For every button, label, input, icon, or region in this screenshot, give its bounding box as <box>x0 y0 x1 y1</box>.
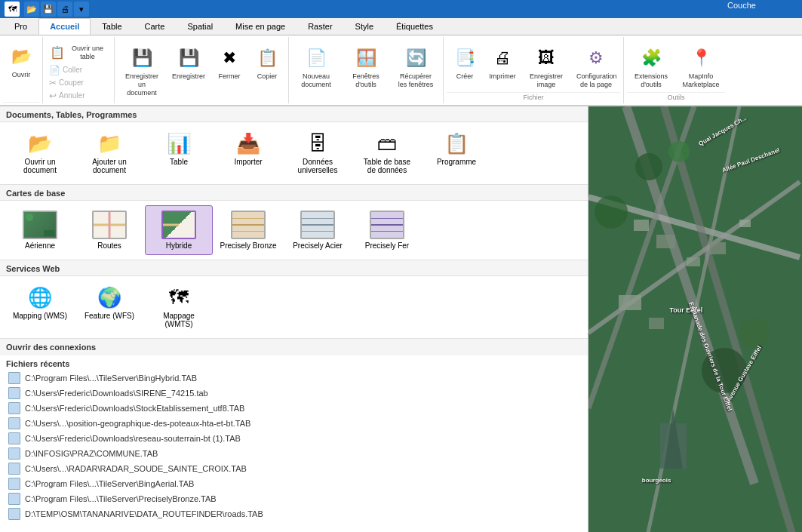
recent-file-7[interactable]: C:\Program Files\...\TileServer\BingAeri… <box>6 476 582 491</box>
recent-file-6[interactable]: C:\Users\...\RADAR\RADAR_SOUDE_SAINTE_CR… <box>6 461 582 476</box>
tab-etiquettes[interactable]: Étiquettes <box>385 18 444 35</box>
ribbon: 📂 Ouvrir 📋 Ouvrir une table 📄 Coller ✂ C… <box>0 35 802 106</box>
tab-style[interactable]: Style <box>344 18 385 35</box>
recent-file-path-3: C:\Users\...\position-geographique-des-p… <box>25 419 250 428</box>
qa-icon-3[interactable]: 🖨 <box>57 2 72 17</box>
tab-table[interactable]: Table <box>91 18 133 35</box>
section-cartes: Cartes de base Aérienne Routes <box>0 184 588 260</box>
qa-icon-4[interactable]: ▾ <box>74 2 89 17</box>
recent-file-3[interactable]: C:\Users\...\position-geographique-des-p… <box>6 416 582 431</box>
tab-spatial[interactable]: Spatial <box>176 18 224 35</box>
connexions-title: Ouvrir des connexions <box>6 343 582 352</box>
carte-item-aerienne[interactable]: Aérienne <box>6 205 74 255</box>
btn-imprimer[interactable]: 🖨 Imprimer <box>484 42 521 84</box>
btn-recuperer[interactable]: 🔄 Récupérer les fenêtres <box>392 42 440 92</box>
recent-file-9[interactable]: D:\TEMP\OSM\TANANARIVE\DATA_ROUTEFINDER\… <box>6 506 582 521</box>
carte-item-bronze[interactable]: Precisely Bronze <box>214 205 282 255</box>
btn-cut[interactable]: ✂ Couper <box>46 77 111 89</box>
btn-ouvrir[interactable]: 📂 Ouvrir <box>3 40 39 82</box>
recent-file-5[interactable]: D:\INFOSIG\PRAZ\COMMUNE.TAB <box>6 446 582 461</box>
recent-file-path-5: D:\INFOSIG\PRAZ\COMMUNE.TAB <box>25 449 158 458</box>
svg-rect-15 <box>709 242 726 254</box>
service-item-wfs[interactable]: 🌍 Feature (WFS) <box>75 281 143 334</box>
btn-config-page[interactable]: ⚙ Configuration de la page <box>572 42 620 92</box>
btn-fenetres[interactable]: 🪟 Fenêtres d'outils <box>342 42 390 92</box>
recent-file-path-8: C:\Program Files\...\TileServer\Precisel… <box>25 494 217 503</box>
carte-bronze-icon <box>231 211 266 239</box>
fichiers-recents-title: Fichiers récents <box>6 359 582 368</box>
recent-file-icon-7 <box>8 478 20 490</box>
btn-mapinfo[interactable]: 📍 MapInfo Marketplace <box>677 42 725 92</box>
service-wfs-label: Feature (WFS) <box>85 312 134 320</box>
services-grid: 🌐 Mapping (WMS) 🌍 Feature (WFS) 🗺 Mappag… <box>0 276 588 338</box>
btn-paste[interactable]: 📄 Coller <box>46 64 111 76</box>
doc-ouvrir-icon: 📂 <box>28 132 52 155</box>
doc-item-table-bdd[interactable]: 🗃 Table de base de données <box>353 127 421 180</box>
section-documents: Documents, Tables, Programmes 📂 Ouvrir u… <box>0 106 588 184</box>
btn-undo[interactable]: ↩ Annuler <box>46 90 111 102</box>
recent-file-4[interactable]: C:\Users\Frederic\Downloads\reseau-soute… <box>6 431 582 446</box>
tab-pro[interactable]: Pro <box>3 18 38 35</box>
carte-routes-label: Routes <box>97 241 121 250</box>
recent-file-path-1: C:\Users\Frederic\Downloads\SIRENE_74215… <box>25 389 208 398</box>
tab-carte[interactable]: Carte <box>134 18 177 35</box>
carte-item-hybride[interactable]: Hybride <box>145 205 213 255</box>
service-item-wmts[interactable]: 🗺 Mappage (WMTS) <box>145 281 213 334</box>
carte-aerienne-label: Aérienne <box>25 241 55 250</box>
doc-programme-label: Programme <box>437 158 476 166</box>
recent-file-1[interactable]: C:\Users\Frederic\Downloads\SIRENE_74215… <box>6 386 582 401</box>
qa-icon-2[interactable]: 💾 <box>41 2 56 17</box>
svg-point-11 <box>739 318 770 348</box>
btn-enregistrer-image[interactable]: 🖼 Enregistrer image <box>522 42 570 92</box>
ribbon-footer-ext: Outils <box>627 92 725 101</box>
doc-item-donnees[interactable]: 🗄 Données universelles <box>284 127 352 180</box>
doc-table-icon: 📊 <box>167 132 191 155</box>
service-wmts-icon: 🗺 <box>169 286 189 309</box>
svg-rect-16 <box>739 220 751 227</box>
recent-file-icon-8 <box>8 493 20 505</box>
ribbon-body: 📂 Ouvrir <box>3 37 39 102</box>
recent-file-2[interactable]: C:\Users\Frederic\Downloads\StockEtablis… <box>6 401 582 416</box>
carte-item-acier[interactable]: Precisely Acier <box>284 205 352 255</box>
recent-file-8[interactable]: C:\Program Files\...\TileServer\Precisel… <box>6 491 582 506</box>
carte-aerienne-icon <box>23 211 57 239</box>
btn-copy[interactable]: 📋 Copier <box>249 42 285 84</box>
btn-extensions[interactable]: 🧩 Extensions d'outils <box>627 42 675 92</box>
tab-raster[interactable]: Raster <box>297 18 343 35</box>
qa-icon-1[interactable]: 📂 <box>24 2 39 17</box>
svg-point-8 <box>668 141 690 162</box>
service-item-wms[interactable]: 🌐 Mapping (WMS) <box>6 281 74 334</box>
doc-item-programme[interactable]: 📋 Programme <box>423 127 490 180</box>
couche-banner: Couche <box>681 0 802 11</box>
carte-item-fer[interactable]: Precisely Fer <box>353 205 421 255</box>
doc-item-ouvrir[interactable]: 📂 Ouvrir un document <box>6 127 74 180</box>
doc-item-importer[interactable]: 📥 Importer <box>214 127 282 180</box>
tab-mise-en-page[interactable]: Mise en page <box>224 18 297 35</box>
service-wms-icon: 🌐 <box>28 286 52 309</box>
service-wms-label: Mapping (WMS) <box>13 312 67 320</box>
carte-item-routes[interactable]: Routes <box>75 205 143 255</box>
carte-routes-icon <box>92 211 127 239</box>
btn-close[interactable]: ✖ Fermer <box>211 42 247 84</box>
carte-acier-icon <box>300 211 335 239</box>
doc-item-ajouter[interactable]: 📁 Ajouter un document <box>75 127 143 180</box>
btn-creer[interactable]: 📑 Créer <box>447 42 483 84</box>
doc-importer-icon: 📥 <box>236 132 260 155</box>
section-connexions: Ouvrir des connexions <box>0 338 588 355</box>
map-panel[interactable]: Quai Jacques Ch... Allée Paul Deschanel … <box>588 106 802 532</box>
carte-fer-label: Precisely Fer <box>365 241 409 250</box>
recent-file-icon-1 <box>8 387 20 399</box>
btn-ouvrir-table[interactable]: 📋 Ouvrir une table <box>46 42 111 63</box>
recent-file-0[interactable]: C:\Program Files\...\TileServer\BingHybr… <box>6 371 582 386</box>
btn-nouveau[interactable]: 📄 Nouveau document <box>292 42 340 92</box>
doc-donnees-label: Données universelles <box>289 158 346 174</box>
svg-point-7 <box>635 153 662 180</box>
recent-file-icon-4 <box>8 432 20 444</box>
tab-accueil[interactable]: Accueil <box>38 18 91 35</box>
btn-save-doc[interactable]: 💾 Enregistrer un document <box>118 42 166 100</box>
btn-save[interactable]: 💾 Enregistrer <box>167 42 210 84</box>
doc-item-table[interactable]: 📊 Table <box>145 127 213 180</box>
recent-file-icon-3 <box>8 417 20 429</box>
svg-rect-13 <box>656 235 675 248</box>
section-cartes-title: Cartes de base <box>0 184 588 201</box>
